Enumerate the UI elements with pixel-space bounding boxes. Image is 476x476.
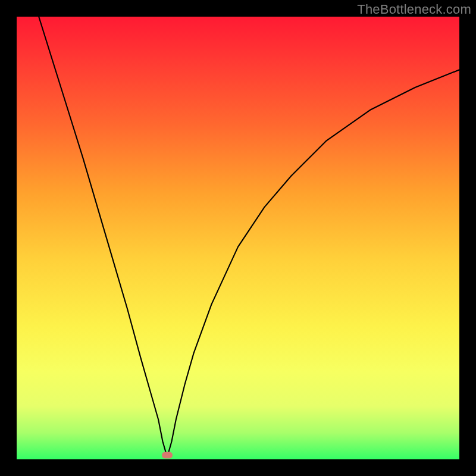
chart-frame: TheBottleneck.com <box>0 0 476 476</box>
bottleneck-curve <box>39 17 459 457</box>
watermark-text: TheBottleneck.com <box>357 2 471 17</box>
plot-area <box>17 17 459 459</box>
optimum-marker <box>162 452 173 458</box>
curve-svg <box>17 17 459 459</box>
